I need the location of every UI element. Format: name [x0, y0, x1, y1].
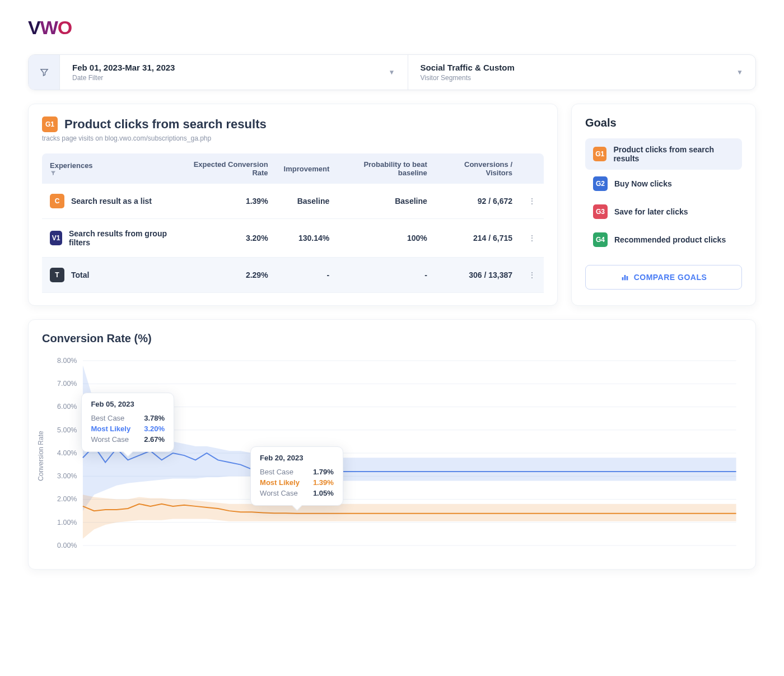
- svg-text:6.00%: 6.00%: [57, 403, 77, 411]
- goal-list-item[interactable]: G3 Save for later clicks: [585, 198, 742, 226]
- tooltip-label: Worst Case: [260, 489, 298, 497]
- experience-badge: T: [50, 268, 64, 282]
- goal-item-label: Buy Now clicks: [614, 179, 672, 188]
- tooltip-value: 1.79%: [313, 468, 334, 476]
- goal-item-label: Save for later clicks: [614, 207, 688, 216]
- more-options-icon[interactable]: ⋮: [528, 271, 536, 279]
- chart-area[interactable]: Conversion Rate 0.00%1.00%2.00%3.00%4.00…: [42, 355, 742, 557]
- svg-text:7.00%: 7.00%: [57, 380, 77, 388]
- cell-improvement: -: [276, 258, 338, 293]
- svg-rect-0: [622, 277, 623, 280]
- date-filter-value: Feb 01, 2023-Mar 31, 2023: [72, 63, 175, 72]
- conversion-rate-chart-card: Conversion Rate (%) Conversion Rate 0.00…: [28, 319, 756, 570]
- segments-filter-label: Visitor Segments: [421, 74, 515, 82]
- table-row[interactable]: C Search result as a list 1.39% Baseline…: [42, 184, 544, 219]
- experience-name: Search results from group filters: [69, 229, 171, 247]
- more-options-icon[interactable]: ⋮: [528, 234, 536, 243]
- cell-p2b: Baseline: [337, 184, 435, 219]
- cell-conversions: 306 / 13,387: [435, 258, 520, 293]
- date-filter-label: Date Filter: [72, 74, 175, 82]
- table-row[interactable]: V1 Search results from group filters 3.2…: [42, 219, 544, 258]
- svg-text:2.00%: 2.00%: [57, 496, 77, 503]
- funnel-icon: [39, 67, 49, 77]
- svg-text:3.00%: 3.00%: [57, 472, 77, 480]
- tooltip-label: Most Likely: [260, 478, 300, 487]
- chart-tooltip: Feb 20, 2023Best Case1.79%Most Likely1.3…: [250, 446, 343, 506]
- goal-item-label: Recommended product clicks: [614, 235, 726, 244]
- line-chart-svg: 0.00%1.00%2.00%3.00%4.00%5.00%6.00%7.00%…: [42, 355, 742, 557]
- tooltip-value: 3.20%: [144, 425, 165, 433]
- cell-improvement: Baseline: [276, 184, 338, 219]
- tooltip-label: Most Likely: [91, 425, 130, 433]
- goal-item-label: Product clicks from search results: [613, 145, 734, 163]
- tooltip-date: Feb 05, 2023: [91, 400, 165, 408]
- goal-badge: G2: [593, 176, 608, 191]
- col-conversions[interactable]: Conversions / Visitors: [435, 153, 520, 184]
- goal-list-item[interactable]: G1 Product clicks from search results: [585, 138, 742, 170]
- experience-badge: C: [50, 194, 64, 208]
- filter-toggle-button[interactable]: [29, 55, 60, 90]
- goal-title: Product clicks from search results: [64, 117, 267, 132]
- goals-sidebar-title: Goals: [585, 116, 742, 129]
- more-options-icon[interactable]: ⋮: [528, 197, 536, 206]
- compare-goals-button[interactable]: COMPARE GOALS: [585, 265, 742, 290]
- funnel-icon: [50, 170, 171, 176]
- segments-filter-dropdown[interactable]: Social Traffic & Custom Visitor Segments…: [408, 55, 756, 90]
- chevron-down-icon: ▼: [736, 68, 743, 76]
- goal-results-card: G1 Product clicks from search results tr…: [28, 104, 558, 306]
- goal-badge: G4: [593, 232, 608, 247]
- table-row[interactable]: T Total 2.29% - - 306 / 13,387 ⋮: [42, 258, 544, 293]
- tooltip-date: Feb 20, 2023: [260, 454, 334, 462]
- goal-description: tracks page visits on blog.vwo.com/subsc…: [42, 134, 544, 142]
- logo-letter-v: V: [28, 17, 40, 38]
- tooltip-value: 1.39%: [313, 478, 334, 487]
- experiences-table: Experiences Expected Conversion Rate Imp…: [42, 153, 544, 293]
- svg-text:1.00%: 1.00%: [57, 519, 77, 526]
- goal-badge: G1: [593, 147, 606, 161]
- experience-name: Total: [71, 271, 89, 279]
- cell-ecr: 1.39%: [179, 184, 276, 219]
- segments-filter-value: Social Traffic & Custom: [421, 63, 515, 72]
- cell-p2b: 100%: [337, 219, 435, 258]
- tooltip-value: 1.05%: [313, 489, 334, 497]
- col-improvement[interactable]: Improvement: [276, 153, 338, 184]
- goal-list-item[interactable]: G2 Buy Now clicks: [585, 170, 742, 198]
- logo-letter-o: O: [58, 17, 72, 38]
- cell-ecr: 3.20%: [179, 219, 276, 258]
- goal-badge: G1: [42, 116, 58, 132]
- cell-p2b: -: [337, 258, 435, 293]
- goal-list-item[interactable]: G4 Recommended product clicks: [585, 226, 742, 254]
- filters-bar: Feb 01, 2023-Mar 31, 2023 Date Filter ▼ …: [28, 54, 756, 90]
- tooltip-label: Worst Case: [91, 435, 129, 444]
- goal-list: G1 Product clicks from search results G2…: [585, 138, 742, 254]
- y-axis-label: Conversion Rate: [37, 431, 45, 481]
- tooltip-label: Best Case: [91, 414, 124, 422]
- svg-text:8.00%: 8.00%: [57, 357, 77, 365]
- bar-chart-icon: [620, 273, 629, 282]
- experience-badge: V1: [50, 231, 62, 245]
- vwo-logo: VWO: [28, 17, 756, 39]
- col-p2b[interactable]: Probability to beat baseline: [337, 153, 435, 184]
- chevron-down-icon: ▼: [389, 68, 395, 76]
- tooltip-label: Best Case: [260, 468, 293, 476]
- tooltip-value: 3.78%: [144, 414, 165, 422]
- svg-rect-1: [624, 275, 626, 280]
- logo-letter-w: W: [40, 17, 58, 38]
- chart-tooltip: Feb 05, 2023Best Case3.78%Most Likely3.2…: [81, 393, 174, 452]
- cell-ecr: 2.29%: [179, 258, 276, 293]
- svg-rect-2: [626, 276, 628, 280]
- svg-text:0.00%: 0.00%: [57, 542, 77, 549]
- date-filter-dropdown[interactable]: Feb 01, 2023-Mar 31, 2023 Date Filter ▼: [60, 55, 408, 90]
- cell-conversions: 214 / 6,715: [435, 219, 520, 258]
- cell-conversions: 92 / 6,672: [435, 184, 520, 219]
- svg-text:4.00%: 4.00%: [57, 449, 77, 457]
- svg-text:5.00%: 5.00%: [57, 426, 77, 434]
- tooltip-value: 2.67%: [144, 435, 165, 444]
- goals-sidebar-card: Goals G1 Product clicks from search resu…: [571, 104, 756, 306]
- col-experiences[interactable]: Experiences: [42, 153, 179, 184]
- col-ecr[interactable]: Expected Conversion Rate: [179, 153, 276, 184]
- experience-name: Search result as a list: [71, 197, 152, 206]
- chart-title: Conversion Rate (%): [42, 332, 742, 345]
- cell-improvement: 130.14%: [276, 219, 338, 258]
- goal-badge: G3: [593, 204, 608, 219]
